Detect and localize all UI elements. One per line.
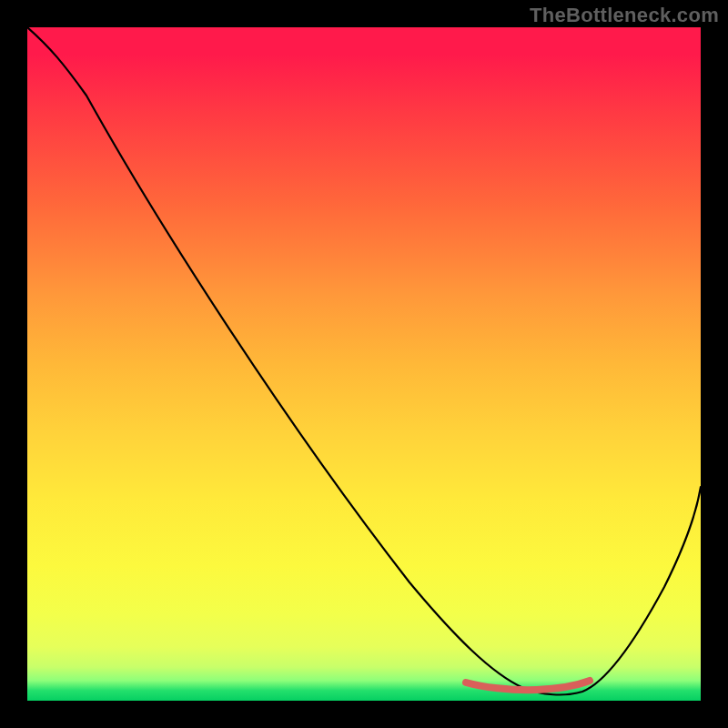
chart-frame: TheBottleneck.com bbox=[0, 0, 728, 728]
optimal-band-marker bbox=[466, 681, 590, 690]
watermark-text: TheBottleneck.com bbox=[530, 4, 719, 27]
bottleneck-curve bbox=[27, 27, 701, 694]
curve-layer bbox=[27, 27, 701, 701]
plot-area bbox=[27, 27, 701, 701]
